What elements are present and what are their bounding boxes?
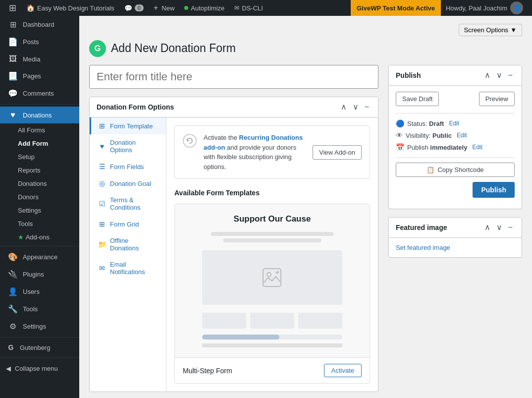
sidebar-item-gutenberg[interactable]: G Gutenberg <box>0 340 79 355</box>
featured-image-metabox: Featured image ∧ ∨ − Set featured image <box>388 217 522 258</box>
sidebar-item-posts[interactable]: 📄 Posts <box>0 33 79 51</box>
users-icon: 👤 <box>8 287 18 296</box>
adminbar-user-menu[interactable]: Howdy, Paal Joachim 👤 <box>441 0 528 16</box>
publish-toggle-button[interactable]: − <box>506 70 515 80</box>
submenu-settings[interactable]: Settings <box>0 204 79 217</box>
sidebar-item-donations[interactable]: ♥ Donations <box>0 107 79 123</box>
options-menu-terms[interactable]: ☑ Terms & Conditions <box>90 192 166 216</box>
submenu-donors[interactable]: Donors <box>0 190 79 204</box>
form-options-content: Activate the Recurring Donations add-on … <box>166 117 378 392</box>
content-area: Screen Options ▼ G Add New Donation Form <box>79 16 532 398</box>
adminbar-comments[interactable]: 💬 0 <box>119 0 149 16</box>
options-menu-form-template[interactable]: ⊞ Form Template <box>90 117 166 134</box>
adminbar-new[interactable]: + New <box>149 0 179 16</box>
options-menu: ⊞ Form Template ♥ Donation Options <box>90 117 166 280</box>
posts-icon: 📄 <box>8 37 18 47</box>
adminbar-right: GiveWP Test Mode Active Howdy, Paal Joac… <box>351 0 528 16</box>
featured-toggle-button[interactable]: − <box>506 223 515 232</box>
donation-options-icon: ♥ <box>98 142 106 150</box>
options-menu-form-grid[interactable]: ⊞ Form Grid <box>90 216 166 232</box>
options-menu-donation-options[interactable]: ♥ Donation Options <box>90 134 166 158</box>
preview-amount-box-1 <box>202 313 246 329</box>
preview-line-1 <box>211 232 333 236</box>
give-logo-icon: G <box>89 40 106 57</box>
publish-metabox-title: Publish <box>396 71 421 79</box>
status-edit-link[interactable]: Edit <box>449 120 459 127</box>
metabox-collapse-up-button[interactable]: ∧ <box>339 102 349 112</box>
svg-point-3 <box>276 273 278 274</box>
save-draft-button[interactable]: Save Draft <box>396 92 439 106</box>
submenu-all-forms[interactable]: All Forms <box>0 123 79 137</box>
sidebar-item-dashboard[interactable]: ⊞ Dashboard <box>0 16 79 33</box>
form-template-icon: ⊞ <box>98 122 106 130</box>
main-content: Screen Options ▼ G Add New Donation Form <box>79 16 532 398</box>
preview-bottom-lines <box>202 343 342 347</box>
featured-collapse-down-button[interactable]: ∨ <box>494 223 504 232</box>
form-fields-icon: ☰ <box>98 163 106 171</box>
view-addon-button[interactable]: View Add-on <box>313 145 362 160</box>
publish-button[interactable]: Publish <box>473 182 515 198</box>
sidebar-item-tools[interactable]: 🔧 Tools <box>0 300 79 318</box>
preview-amount-box-2 <box>250 313 294 329</box>
preview-amount-box-3 <box>298 313 342 329</box>
publish-time-edit-link[interactable]: Edit <box>472 144 482 151</box>
adminbar-site-name[interactable]: 🏠 Easy Web Design Tutorials <box>21 0 119 16</box>
submenu-donations[interactable]: Donations <box>0 177 79 190</box>
offline-icon: 📁 <box>98 240 106 248</box>
available-templates-title: Available Form Templates <box>174 189 370 197</box>
screen-options-bar: Screen Options ▼ <box>89 24 522 36</box>
preview-amount-boxes <box>202 313 342 329</box>
featured-image-controls: ∧ ∨ − <box>482 223 515 232</box>
preview-progress-fill <box>202 335 279 340</box>
template-card: Support Our Cause <box>174 204 370 384</box>
adminbar-wp-logo[interactable]: ⊞ <box>4 0 21 16</box>
options-menu-email[interactable]: ✉ Email Notifications <box>90 256 166 280</box>
shortcode-icon: 📋 <box>426 166 434 173</box>
metabox-collapse-down-button[interactable]: ∨ <box>351 102 361 112</box>
form-title-input[interactable] <box>89 65 378 89</box>
submenu-setup[interactable]: Setup <box>0 150 79 164</box>
options-menu-form-fields[interactable]: ☰ Form Fields <box>90 158 166 175</box>
submenu-add-form[interactable]: Add Form <box>0 137 79 150</box>
screen-options-button[interactable]: Screen Options ▼ <box>459 24 522 36</box>
set-featured-image-link[interactable]: Set featured image <box>396 244 450 251</box>
collapse-menu-button[interactable]: ◀ Collapse menu <box>0 360 79 377</box>
options-menu-donation-goal[interactable]: ◎ Donation Goal <box>90 175 166 192</box>
preview-progress-bar <box>202 335 342 340</box>
sidebar-item-appearance[interactable]: 🎨 Appearance <box>0 248 79 266</box>
submenu-tools[interactable]: Tools <box>0 217 79 230</box>
adminbar-autoptimize[interactable]: Autoptimize <box>179 0 229 16</box>
sidebar-item-media[interactable]: 🖼 Media <box>0 51 79 67</box>
activate-template-button[interactable]: Activate <box>324 364 362 377</box>
publish-collapse-down-button[interactable]: ∨ <box>494 70 504 80</box>
publish-metabox-controls: ∧ ∨ − <box>482 70 515 80</box>
submenu-reports[interactable]: Reports <box>0 164 79 177</box>
featured-collapse-up-button[interactable]: ∧ <box>482 223 492 232</box>
form-options-layout: ⊞ Form Template ♥ Donation Options <box>90 117 378 392</box>
publish-footer: Publish <box>396 182 515 203</box>
adminbar-dscli[interactable]: ✉ DS-CLI <box>229 0 268 16</box>
publish-metabox-body: Save Draft Preview 🔵 Status: Draft <box>389 86 522 209</box>
settings-icon: ⚙ <box>8 322 18 331</box>
visibility-edit-link[interactable]: Edit <box>457 132 467 139</box>
options-menu-offline[interactable]: 📁 Offline Donations <box>90 232 166 256</box>
metabox-toggle-button[interactable]: − <box>363 102 371 112</box>
preview-button[interactable]: Preview <box>479 92 515 106</box>
admin-sidebar: ⊞ Dashboard 📄 Posts 🖼 Media 📃 Pages 💬 Co… <box>0 16 79 398</box>
sidebar-item-settings[interactable]: ⚙ Settings <box>0 318 79 335</box>
sidebar-item-plugins[interactable]: 🔌 Plugins <box>0 266 79 283</box>
publish-collapse-up-button[interactable]: ∧ <box>482 70 492 80</box>
visibility-icon: 👁 <box>396 131 403 139</box>
recurring-icon <box>183 134 197 151</box>
preview-support-title: Support Our Cause <box>234 214 311 224</box>
sidebar-item-pages[interactable]: 📃 Pages <box>0 67 79 85</box>
copy-shortcode-button[interactable]: 📋 Copy Shortcode <box>396 163 515 177</box>
metabox-title: Donation Form Options <box>97 103 174 111</box>
status-row: 🔵 Status: Draft Edit <box>396 117 515 129</box>
plugins-icon: 🔌 <box>8 270 18 279</box>
submenu-addons[interactable]: ★ Add-ons <box>0 230 79 244</box>
sidebar-item-users[interactable]: 👤 Users <box>0 283 79 300</box>
comments-nav-icon: 💬 <box>8 89 18 98</box>
sidebar-item-comments[interactable]: 💬 Comments <box>0 85 79 102</box>
gutenberg-icon: G <box>6 343 16 351</box>
